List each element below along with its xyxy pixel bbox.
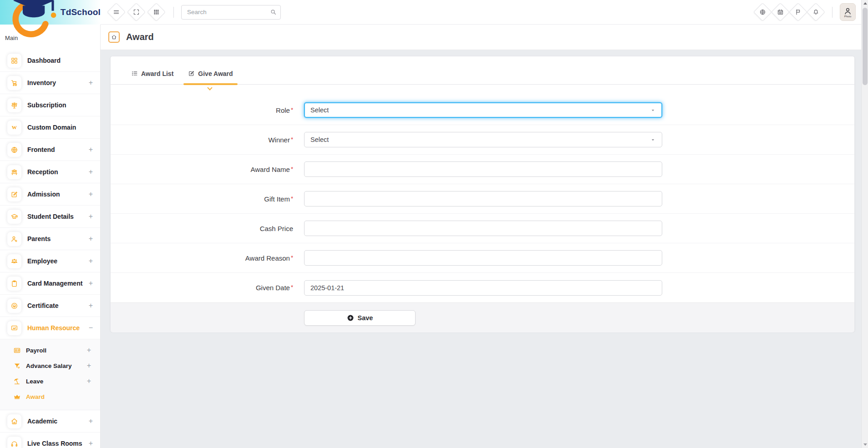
pen-square-icon — [10, 191, 18, 198]
sidebar-item-certificate[interactable]: Certificate + — [0, 295, 100, 317]
pen-square-icon-box — [7, 187, 21, 201]
given-date-input[interactable]: 2025-01-21 — [304, 280, 662, 296]
plus-circle-icon — [347, 314, 354, 322]
sidebar-item-academic[interactable]: Academic + — [0, 410, 100, 433]
apps-grid-button[interactable] — [147, 3, 165, 21]
sidebar-item-live-class-rooms[interactable]: Live Class Rooms + — [0, 433, 100, 448]
fullscreen-button[interactable] — [127, 3, 145, 21]
save-button[interactable]: Save — [304, 310, 416, 326]
menu-button[interactable] — [107, 3, 125, 21]
sidebar-item-label: Reception — [27, 168, 58, 176]
header: TdSchool Photo — [0, 0, 861, 25]
sidebar-item-frontend[interactable]: Frontend + — [0, 139, 100, 161]
dashboard-grid-icon — [10, 57, 18, 65]
field-label: Award Name* — [111, 166, 304, 173]
topbar-left-icons — [106, 2, 166, 22]
field-label: Gift Item* — [111, 195, 304, 203]
tab-give-award[interactable]: Give Award — [183, 63, 237, 85]
tab-label: Give Award — [198, 70, 233, 77]
globe-button[interactable] — [753, 3, 772, 21]
calendar-icon — [777, 9, 784, 15]
sidebar-item-label: Human Resource — [27, 324, 80, 332]
tab-label: Award List — [141, 70, 173, 77]
expand-icon: + — [87, 346, 91, 354]
sidebar-item-human-resource[interactable]: Human Resource − — [0, 317, 100, 339]
sidebar-item-label: Frontend — [27, 146, 55, 153]
scrollbar-up-arrow[interactable] — [862, 0, 868, 7]
trolley-icon — [10, 79, 18, 87]
umbrella-icon — [13, 378, 21, 385]
sidebar-item-card-management[interactable]: Card Management + — [0, 272, 100, 295]
sidebar-subitem-leave[interactable]: Leave + — [0, 373, 100, 389]
main-content: Award List Give Award Role* Select Winne… — [101, 50, 861, 448]
award-reason-input[interactable] — [304, 250, 662, 266]
sidebar-item-custom-domain[interactable]: W Custom Domain — [0, 116, 100, 139]
sidebar-item-employee[interactable]: Employee + — [0, 250, 100, 272]
sidebar-subitem-payroll[interactable]: Payroll + — [0, 342, 100, 358]
sidebar-item-label: Custom Domain — [27, 124, 76, 131]
role-select[interactable]: Select — [304, 102, 662, 118]
globe-icon-box — [7, 143, 21, 157]
headphones-icon-box — [7, 437, 21, 448]
field-label: Cash Price — [111, 225, 304, 232]
apps-grid-icon — [153, 9, 160, 15]
grad-cap-icon-box — [7, 210, 21, 224]
award-card: Award List Give Award Role* Select Winne… — [110, 56, 855, 332]
search-input[interactable] — [181, 5, 281, 20]
expand-icon: + — [89, 302, 93, 310]
expand-icon: + — [89, 168, 93, 176]
calendar-button[interactable] — [771, 3, 790, 21]
field-label: Given Date* — [111, 284, 304, 292]
sidebar-subitem-label: Advance Salary — [26, 362, 72, 369]
breadcrumb-home-button[interactable] — [108, 31, 120, 43]
expand-icon: + — [89, 235, 93, 243]
sidebar-item-student-details[interactable]: Student Details + — [0, 206, 100, 228]
sidebar-item-subscription[interactable]: Subscription — [0, 94, 100, 116]
brand-logo[interactable]: TdSchool — [0, 0, 101, 25]
award-name-input[interactable] — [304, 161, 662, 177]
expand-icon: + — [89, 279, 93, 287]
signpost-icon-box — [7, 98, 21, 112]
sidebar: Main Dashboard Inventory + Subscription … — [0, 25, 101, 448]
required-asterisk: * — [291, 166, 293, 172]
gift-item-input[interactable] — [304, 191, 662, 206]
expand-icon: + — [89, 417, 93, 425]
required-asterisk: * — [291, 195, 293, 202]
submenu-human-resource: Payroll + $ Advance Salary + Leave + Awa… — [0, 339, 100, 410]
scrollbar-down-arrow[interactable] — [862, 441, 868, 448]
sidebar-item-label: Academic — [27, 418, 57, 425]
page-scrollbar[interactable] — [861, 0, 868, 448]
users-group-icon — [10, 257, 18, 265]
tab-award-list[interactable]: Award List — [127, 63, 178, 85]
form-row-award-reason: Award Reason* — [111, 243, 854, 273]
field-label: Role* — [111, 106, 304, 114]
globe-icon — [10, 146, 18, 154]
required-asterisk: * — [291, 106, 293, 113]
monitor-sync-icon-box — [7, 321, 21, 335]
user-avatar-button[interactable]: Photo — [840, 3, 856, 21]
users-group-icon-box — [7, 254, 21, 268]
cash-price-input[interactable] — [304, 221, 662, 236]
tabbar: Award List Give Award — [111, 56, 854, 85]
sidebar-subitem-advance-salary[interactable]: $ Advance Salary + — [0, 358, 100, 373]
sidebar-item-label: Parents — [27, 235, 51, 242]
sidebar-item-inventory[interactable]: Inventory + — [0, 72, 100, 94]
sidebar-item-reception[interactable]: Reception + — [0, 161, 100, 183]
flag-button[interactable] — [789, 3, 807, 21]
required-asterisk: * — [291, 254, 293, 261]
sidebar-subitem-award[interactable]: Award — [0, 389, 100, 404]
expand-icon: + — [89, 190, 93, 198]
home-outline-icon-box — [7, 414, 21, 428]
winner-select[interactable]: Select — [304, 132, 662, 147]
topbar-right-icons — [754, 2, 825, 22]
form-row-award-name: Award Name* — [111, 155, 854, 184]
bell-button[interactable] — [807, 3, 825, 21]
sidebar-subitem-label: Award — [26, 393, 45, 400]
sidebar-item-admission[interactable]: Admission + — [0, 183, 100, 206]
sidebar-subitem-label: Leave — [26, 378, 43, 385]
expand-icon: + — [87, 362, 91, 370]
sidebar-item-parents[interactable]: Parents + — [0, 228, 100, 250]
sidebar-item-dashboard[interactable]: Dashboard — [0, 50, 100, 72]
funnel-dollar-icon: $ — [13, 362, 21, 370]
scrollbar-thumb[interactable] — [863, 8, 868, 85]
